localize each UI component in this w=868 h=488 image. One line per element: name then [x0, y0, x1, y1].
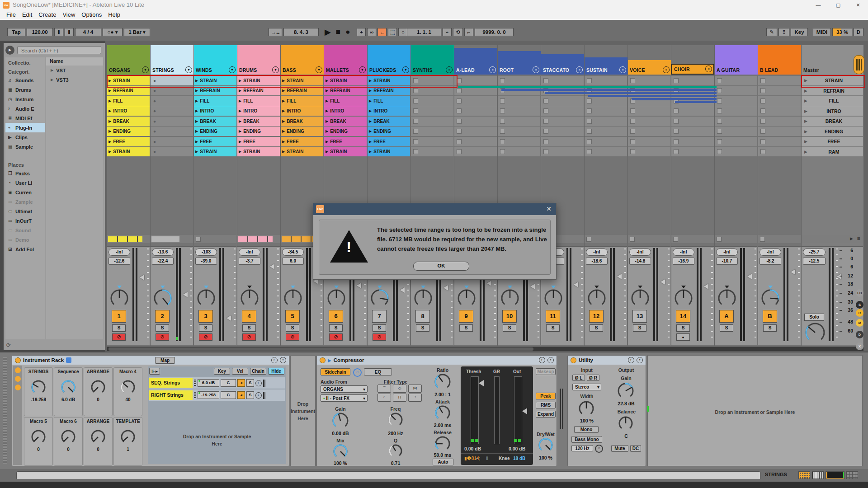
- empty-clip-slot[interactable]: [498, 137, 540, 146]
- sidechain-toggle[interactable]: Sidechain: [321, 368, 350, 375]
- sidebar-item-instrum[interactable]: ◷Instrum: [5, 94, 45, 104]
- mixer-section-toggle[interactable]: [854, 55, 864, 74]
- chain-speaker-icon[interactable]: ◄: [237, 379, 245, 387]
- hot-swap-icon[interactable]: ▸: [271, 357, 278, 363]
- stop-square-icon[interactable]: [500, 108, 505, 113]
- place-item-curren[interactable]: ▣Curren: [5, 188, 45, 197]
- solo-button[interactable]: S: [373, 324, 386, 332]
- empty-clip-slot[interactable]: [715, 86, 757, 95]
- volume-value[interactable]: -8.2: [760, 258, 781, 265]
- clip-slot[interactable]: ▶STRAIN: [324, 76, 367, 85]
- menu-file[interactable]: File: [6, 10, 16, 20]
- punch-out-button[interactable]: ⌐: [464, 28, 473, 36]
- stop-square-icon[interactable]: [717, 119, 722, 124]
- rack-macro-view-icon[interactable]: [15, 367, 21, 373]
- chain-vel-button[interactable]: Vel: [232, 368, 248, 375]
- dry-wet-knob[interactable]: [538, 437, 554, 455]
- arm-button[interactable]: ⊘: [199, 333, 212, 341]
- pan-knob[interactable]: [587, 288, 607, 310]
- record-button[interactable]: ●: [345, 28, 350, 36]
- place-item-zample[interactable]: ▭Zample: [5, 197, 45, 206]
- fader-handle[interactable]: [140, 275, 144, 280]
- ok-button[interactable]: OK: [413, 262, 469, 271]
- empty-clip-slot[interactable]: [541, 106, 584, 116]
- clip-play-icon[interactable]: ▶: [326, 150, 328, 154]
- clip-slot[interactable]: ▶STRAIN: [107, 147, 150, 156]
- track-activator[interactable]: 6: [329, 310, 343, 323]
- fader-handle[interactable]: [617, 274, 622, 279]
- clip-play-icon[interactable]: ▶: [369, 99, 372, 103]
- chain-pan[interactable]: C: [221, 379, 236, 387]
- hot-swap-icon[interactable]: ▸: [628, 357, 634, 363]
- sidechain-gain-knob[interactable]: [331, 412, 349, 432]
- fader-handle[interactable]: [443, 285, 448, 291]
- stop-square-icon[interactable]: [717, 108, 722, 113]
- browser-item-vst3[interactable]: ▶VST3: [46, 75, 103, 84]
- out-slider[interactable]: [514, 376, 522, 444]
- empty-clip-slot[interactable]: [715, 96, 757, 106]
- place-item-userli[interactable]: ◔User Li: [5, 178, 45, 188]
- empty-clip-slot[interactable]: [758, 76, 801, 85]
- clip-slot[interactable]: ▶FILL: [281, 96, 323, 106]
- chain-row[interactable]: RIGHT Strings -19.258 C ◄ S ▸: [149, 389, 285, 401]
- phase-left-button[interactable]: Ø L: [572, 375, 585, 381]
- chain-name[interactable]: RIGHT Strings: [149, 390, 193, 400]
- stop-square-icon[interactable]: [587, 78, 592, 83]
- loop-start-field[interactable]: 1. 1. 1: [407, 28, 441, 36]
- empty-clip-slot[interactable]: [671, 76, 714, 85]
- clip-play-icon[interactable]: ▶: [369, 79, 372, 83]
- clip-slot[interactable]: ▶ENDING: [281, 127, 323, 136]
- stop-square-icon[interactable]: [457, 129, 462, 134]
- empty-clip-slot[interactable]: [411, 96, 453, 106]
- solo-button[interactable]: S: [633, 324, 646, 332]
- stop-square-icon[interactable]: [630, 139, 635, 144]
- clip-slot[interactable]: ▶FREE: [368, 137, 410, 146]
- clip-stop-slot[interactable]: ●: [151, 96, 193, 106]
- clip-play-icon[interactable]: ▶: [108, 99, 111, 103]
- track-header[interactable]: SYNTHS≡: [411, 45, 454, 75]
- track-header[interactable]: SUSTAIN≡: [585, 57, 627, 75]
- clip-slot[interactable]: ▶ENDING: [107, 127, 150, 136]
- thresh-handle[interactable]: [479, 380, 484, 386]
- stop-square-icon[interactable]: [717, 99, 722, 103]
- clip-stop-slot[interactable]: ●: [151, 106, 193, 116]
- empty-clip-slot[interactable]: [411, 137, 453, 146]
- track-header[interactable]: A-LEAD≡: [454, 48, 497, 75]
- empty-clip-slot[interactable]: [628, 147, 670, 156]
- clip-slot[interactable]: ▶STRAIN: [368, 76, 410, 85]
- stop-square-icon[interactable]: [500, 99, 505, 103]
- rail-m-button[interactable]: M: [856, 319, 863, 327]
- clip-play-icon[interactable]: ▶: [369, 109, 372, 113]
- clip-slot[interactable]: ▶FREE: [324, 137, 367, 146]
- group-lines-icon[interactable]: ≡: [619, 66, 626, 73]
- arm-button[interactable]: ⊘: [373, 333, 386, 341]
- peak-mode-button[interactable]: Peak: [536, 393, 556, 399]
- clip-play-icon[interactable]: ▶: [282, 140, 285, 144]
- scene-slot[interactable]: ▶BREAK: [802, 117, 863, 126]
- transfer-curve-icon[interactable]: ⌐: [476, 456, 479, 461]
- sidebar-item-sounds[interactable]: ♬Sounds: [5, 75, 45, 85]
- scene-slot[interactable]: ▶RAM: [802, 147, 863, 156]
- fader-handle[interactable]: [574, 282, 578, 287]
- mute-button[interactable]: Mute: [611, 445, 628, 452]
- clip-slot[interactable]: ▶STRAIN: [107, 76, 150, 85]
- clip-slot[interactable]: ▶STRAIN: [194, 147, 236, 156]
- sidebar-item-drums[interactable]: ▦Drums: [5, 85, 45, 94]
- group-lines-icon[interactable]: ≡: [446, 66, 453, 73]
- stop-square-icon[interactable]: [630, 149, 635, 154]
- chain-speaker-icon[interactable]: ◄: [237, 391, 245, 399]
- stop-circle-icon[interactable]: ●: [153, 139, 156, 144]
- stop-square-icon[interactable]: [760, 129, 765, 134]
- empty-clip-slot[interactable]: [498, 96, 540, 106]
- stop-square-icon[interactable]: [717, 149, 722, 154]
- clip-slot[interactable]: ▶STRAIN: [281, 76, 323, 85]
- stop-square-icon[interactable]: [760, 119, 765, 124]
- clip-play-icon[interactable]: ▶: [108, 140, 111, 144]
- clip-play-icon[interactable]: ▶: [108, 150, 111, 154]
- empty-clip-slot[interactable]: [541, 127, 584, 136]
- loop-length-field[interactable]: 9999. 0. 0: [475, 28, 514, 36]
- clip-play-icon[interactable]: ▶: [282, 109, 285, 113]
- clip-play-icon[interactable]: ▶: [195, 89, 198, 93]
- clip-slot[interactable]: ▶REFRAIN: [368, 86, 410, 95]
- track-activator[interactable]: 10: [502, 310, 517, 323]
